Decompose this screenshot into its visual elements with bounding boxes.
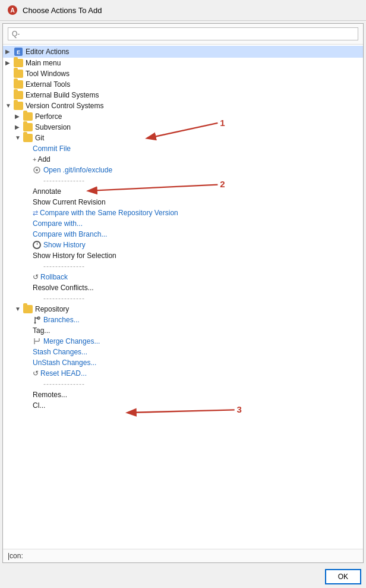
tree-item-external-build-systems[interactable]: External Build Systems (3, 90, 363, 100)
tree-item-add[interactable]: + Add (3, 154, 363, 165)
tree-item-open-gitinfo[interactable]: Open .git/info/exclude (3, 165, 363, 175)
folder-icon (14, 91, 23, 99)
editor-actions-icon: E (14, 47, 23, 56)
item-label: External Build Systems (26, 91, 99, 99)
tree-item-main-menu[interactable]: ▶ Main menu (3, 58, 363, 68)
item-label: Compare with... (33, 219, 83, 228)
item-label: Perforce (35, 112, 62, 121)
chevron-icon: ▼ (15, 306, 22, 313)
tree-item-repository[interactable]: ▼ Repository (3, 304, 363, 315)
item-label: Git (35, 134, 44, 142)
tree-item-show-current-revision[interactable]: Show Current Revision (3, 197, 363, 207)
item-label: Main menu (26, 59, 61, 67)
item-label: Show History for Selection (33, 251, 116, 260)
tree-item-git[interactable]: ▼ Git (3, 133, 363, 143)
item-label: Commit File (33, 144, 71, 153)
chevron-icon: ▶ (5, 59, 12, 67)
chevron-icon: ▶ (15, 124, 22, 131)
dialog-title: Choose Actions To Add (23, 6, 102, 15)
tree-item-compare-with[interactable]: Compare with... (3, 218, 363, 229)
ok-button[interactable]: OK (325, 569, 361, 584)
item-label: Resolve Conflicts... (33, 284, 94, 292)
item-label: Add (37, 155, 50, 163)
tree-item-remotes[interactable]: Remotes... (3, 389, 363, 400)
item-label: Annotate (33, 187, 61, 196)
item-label: Stash Changes... (33, 348, 87, 356)
tree-panel: ▶ E Editor Actions ▶ Main menu Tool Wind… (3, 45, 363, 549)
item-label: Tool Windows (26, 70, 70, 78)
title-bar: A Choose Actions To Add (0, 0, 366, 21)
rollback-icon: ↺ (33, 273, 39, 281)
item-label: Show Current Revision (33, 198, 106, 206)
separator-1: -------------- (3, 175, 363, 186)
tree-item-compare-same-repo[interactable]: ⇄ Compare with the Same Repository Versi… (3, 207, 363, 218)
tree-item-external-tools[interactable]: External Tools (3, 79, 363, 90)
tree-item-unstash-changes[interactable]: UnStash Changes... (3, 357, 363, 368)
folder-icon (14, 59, 23, 67)
tree-item-clone[interactable]: Cl... (3, 400, 363, 411)
tree-container: ▶ E Editor Actions ▶ Main menu Tool Wind… (3, 45, 363, 549)
item-label: Show History (43, 241, 86, 249)
tree-item-tag[interactable]: Tag... (3, 325, 363, 336)
item-label: Compare with the Same Repository Version (40, 209, 178, 217)
tree-item-perforce[interactable]: ▶ Perforce (3, 111, 363, 122)
bottom-bar: |con: (3, 549, 363, 562)
folder-icon (23, 123, 33, 131)
compare-icon: ⇄ (33, 209, 38, 217)
gear-icon (33, 166, 41, 174)
search-input[interactable] (8, 27, 358, 40)
tree-item-reset-head[interactable]: ↺ Reset HEAD... (3, 368, 363, 379)
item-label: External Tools (26, 80, 70, 89)
chevron-icon: ▶ (15, 113, 22, 120)
icon-label: |con: (8, 552, 23, 560)
item-label: Remotes... (33, 391, 67, 399)
tree-item-annotate[interactable]: Annotate (3, 186, 363, 197)
tree-item-resolve-conflicts[interactable]: Resolve Conflicts... (3, 282, 363, 293)
svg-point-5 (36, 169, 38, 171)
separator-4: -------------- (3, 379, 363, 389)
item-label: Reset HEAD... (40, 369, 87, 378)
svg-text:A: A (10, 7, 14, 14)
add-icon: + (33, 156, 36, 163)
dialog-body: ▶ E Editor Actions ▶ Main menu Tool Wind… (2, 23, 364, 563)
app-icon: A (7, 5, 18, 15)
folder-icon (14, 102, 23, 110)
tree-item-rollback[interactable]: ↺ Rollback (3, 272, 363, 282)
merge-icon (33, 337, 41, 345)
tree-item-stash-changes[interactable]: Stash Changes... (3, 347, 363, 357)
item-label: Open .git/info/exclude (43, 166, 112, 174)
svg-text:E: E (17, 49, 20, 55)
svg-point-9 (34, 322, 36, 324)
tree-item-compare-with-branch[interactable]: Compare with Branch... (3, 229, 363, 240)
item-label: UnStash Changes... (33, 359, 96, 367)
rollback-icon: ↺ (33, 369, 39, 378)
tree-item-show-history[interactable]: Show History (3, 240, 363, 250)
item-label: Branches... (43, 316, 80, 324)
item-label: Editor Actions (26, 48, 69, 56)
tree-item-editor-actions[interactable]: ▶ E Editor Actions (3, 46, 363, 58)
separator-3: -------------- (3, 293, 363, 304)
branches-icon (33, 316, 41, 324)
search-bar (3, 24, 363, 45)
folder-icon (23, 134, 33, 142)
tree-item-merge-changes[interactable]: Merge Changes... (3, 336, 363, 347)
tree-item-vcs[interactable]: ▼ Version Control Systems (3, 100, 363, 111)
separator-2: -------------- (3, 261, 363, 272)
item-label: Version Control Systems (26, 102, 103, 110)
item-label: Subversion (35, 123, 71, 131)
item-label: Repository (35, 305, 69, 313)
item-label: Compare with Branch... (33, 230, 107, 238)
tree-item-tool-windows[interactable]: Tool Windows (3, 68, 363, 79)
folder-icon (14, 80, 23, 89)
chevron-icon: ▶ (5, 48, 12, 55)
tree-item-branches[interactable]: Branches... (3, 315, 363, 325)
folder-icon (23, 305, 33, 313)
footer: OK (0, 565, 366, 588)
tree-item-commit-file[interactable]: Commit File (3, 143, 363, 154)
folder-icon (14, 70, 23, 78)
chevron-icon: ▼ (5, 102, 12, 109)
clock-icon (33, 241, 41, 249)
tree-item-show-history-selection[interactable]: Show History for Selection (3, 250, 363, 261)
tree-item-subversion[interactable]: ▶ Subversion (3, 122, 363, 133)
item-label: Cl... (33, 401, 45, 410)
